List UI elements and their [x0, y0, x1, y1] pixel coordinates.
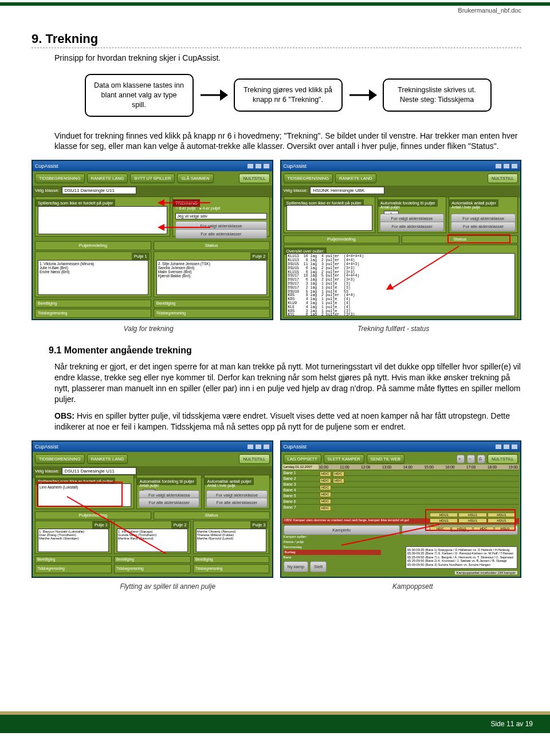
caption-right: Trekning fullført - status	[358, 325, 429, 333]
status-tab[interactable]: Status	[154, 511, 270, 519]
pulje-1-list[interactable]: 1. Baoyun Nordahl (Lokstalle) Diaz Zhang…	[38, 529, 109, 552]
zoom-in-icon[interactable]: +	[457, 455, 465, 463]
pulje-1-title: Pulje 1	[132, 253, 150, 260]
match-block[interactable]: HDC	[320, 506, 331, 511]
screenshot-status: CupAssist TIDSBEGRENSNING RANKETE LANG N…	[280, 160, 522, 320]
minimize-icon[interactable]	[495, 444, 502, 450]
flowchart: Data om klassene tastes inn blant annet …	[54, 74, 521, 117]
slett-kamper-button[interactable]: SLETT KAMPER	[324, 454, 364, 464]
tids-label: Tidsbegrensning	[35, 564, 112, 573]
tab-button[interactable]: TIDSBEGRENSNING	[35, 174, 85, 183]
window-title: CupAssist	[284, 163, 307, 169]
close-icon[interactable]	[511, 444, 518, 450]
match-block[interactable]: HDC	[333, 471, 344, 477]
highlight-box-icon	[447, 234, 510, 243]
page: Brukermanual_nbf.doc 9. Trekning Prinsip…	[0, 0, 550, 733]
berettiging-row: Berettiging Berettiging Berettiging	[35, 556, 270, 563]
window-titlebar: CupAssist	[33, 442, 272, 452]
tab-button[interactable]: RANKETE LANG	[87, 454, 128, 464]
class-select[interactable]: HSIJNK Herresingle UBK	[310, 187, 384, 194]
bane-row: Bane 3	[282, 481, 520, 487]
close-icon[interactable]	[511, 163, 518, 169]
form-label: Bane	[284, 556, 292, 559]
match-log: 65:00-09:25 (Bane 1) Strøygone / D Halla…	[406, 546, 517, 569]
maximize-icon[interactable]	[255, 163, 262, 169]
action-button[interactable]: For alle aldersklasser	[451, 222, 516, 231]
bane-rows: Bane 1 Bane 2 Bane 3 Bane 4 Bane 5 Bane …	[282, 470, 520, 510]
tab-button[interactable]: RANKETE LANG	[335, 174, 376, 183]
slett-button[interactable]: Slett	[310, 561, 327, 572]
log-line: 65:00-09:25 (Bane 7) S. Karlsen / D. Ran…	[407, 552, 516, 556]
time-header-row: Lørdag 01.12.2007 10:00 11:00 12:00 13:0…	[282, 464, 520, 470]
select-label: Velg klasse:	[284, 188, 308, 193]
action-button[interactable]: For alle aldersklasser	[206, 498, 267, 507]
option-radio[interactable]: ● 4-er pulje!	[199, 206, 220, 210]
time-tick: 16:00	[445, 465, 454, 469]
footer-bar: Side 11 av 19	[0, 715, 550, 733]
pulje-3-list[interactable]: Marthe Oksentj (Ålesund) Therese Milland…	[196, 529, 267, 552]
pulje-1-panel: Pulje 1 1. Baoyun Nordahl (Lokstalle) Di…	[35, 521, 112, 554]
option-select[interactable]: Jeg vil velge selv	[175, 213, 266, 219]
match-block[interactable]: HDC	[320, 485, 331, 490]
window-buttons	[247, 444, 270, 450]
time-tick: 15:00	[424, 465, 433, 469]
reset-button[interactable]: NULTSTILL	[488, 454, 518, 464]
puljer: Pulje 1 1. Baoyun Nordahl (Lokstalle) Di…	[35, 521, 270, 554]
match-block[interactable]: HDC	[320, 499, 331, 504]
tab-button[interactable]: TIDSBEGRENSNING	[35, 454, 85, 464]
minimize-icon[interactable]	[247, 163, 254, 169]
pulje-title: Pulje 2	[171, 521, 189, 529]
berettiging-label: Berettiging	[193, 556, 270, 563]
maximize-icon[interactable]	[503, 163, 510, 169]
lag-oppsett-button[interactable]: LAG OPPSETT	[284, 454, 321, 464]
reset-button[interactable]: NULTSTILL	[239, 174, 269, 183]
minimize-icon[interactable]	[247, 444, 254, 450]
match-block[interactable]: HDC	[320, 478, 331, 483]
obs-label: OBS:	[54, 411, 74, 420]
close-icon[interactable]	[263, 163, 270, 169]
maximize-icon[interactable]	[503, 444, 510, 450]
action-button[interactable]: For alle aldersklasser	[380, 222, 445, 231]
trekk-alle-button[interactable]: For alle aldersklasser	[175, 229, 266, 239]
minimize-icon[interactable]	[495, 163, 502, 169]
ny-kamp-button[interactable]: Ny kamp	[284, 561, 309, 572]
class-select[interactable]: DSU11 Damesingle U11	[62, 467, 136, 475]
send-web-button[interactable]: SEND TIL WEB	[367, 454, 405, 464]
flow-box-3: Trekningsliste skrives ut. Neste steg: T…	[383, 78, 492, 112]
pulje-title: Pulje 1	[92, 521, 110, 529]
class-select[interactable]: DSU11 Damesingle U11	[62, 187, 136, 194]
maximize-icon[interactable]	[255, 444, 262, 450]
close-icon[interactable]	[263, 444, 270, 450]
log-line: 65:00-09:25 (Bane 1) Strøygone / D Halla…	[407, 548, 516, 552]
tab-button[interactable]: SLÅ SAMMEN	[177, 174, 213, 183]
puljeinndeling-label: Puljeinndeling	[35, 241, 151, 250]
tab-button[interactable]: TIDSBEGRENSNING	[284, 174, 333, 183]
match-block[interactable]: HDC	[333, 478, 344, 483]
tab-button[interactable]: RANKETE LANG	[87, 174, 128, 183]
print-icon[interactable]: ⎙	[477, 455, 485, 463]
berettiging-label: Berettiging	[35, 556, 112, 563]
form-row: Rammeslag	[284, 545, 381, 550]
auto-antall-panel: Automatisk antall puljer Antall i hver p…	[204, 475, 269, 509]
match-block[interactable]: HDC	[320, 492, 331, 497]
arrow-icon	[199, 88, 228, 102]
action-button[interactable]: For alle aldersklasser	[139, 498, 199, 507]
mid-labels: Puljeinndeling Status	[35, 511, 270, 519]
reset-button[interactable]: NULTSTILL	[239, 454, 269, 464]
kampinfo-tab[interactable]: Kampinfo	[284, 525, 400, 535]
subsection-heading: 9.1 Momenter angående trekning	[49, 345, 521, 356]
bane-row: Bane 4	[282, 487, 520, 493]
tab-button[interactable]: BYTT UT SPILLER	[130, 174, 175, 183]
puljer-panels: Pulje 1 1. Viktoria Johannessen (Minora)…	[35, 251, 270, 297]
status-tab[interactable]: Status	[154, 241, 270, 250]
reset-button[interactable]: NULTSTILL	[488, 174, 518, 183]
match-block[interactable]: HDC	[320, 471, 331, 477]
captions-row-2: Flytting av spiller til annen pulje Kamp…	[32, 582, 521, 590]
bane-row: Bane 2	[282, 475, 520, 481]
option-radio[interactable]: ○ 8-er pulje	[175, 206, 195, 210]
window-title: CupAssist	[35, 163, 58, 169]
zoom-out-icon[interactable]: −	[467, 455, 475, 463]
berettiging-label: Berettiging	[35, 300, 151, 308]
log-line: 65:00-09:50 (Bane 3) Sondre Nordheim vs.…	[407, 563, 516, 567]
intro-paragraph: Prinsipp for hvordan trekning skjer i Cu…	[54, 53, 521, 64]
